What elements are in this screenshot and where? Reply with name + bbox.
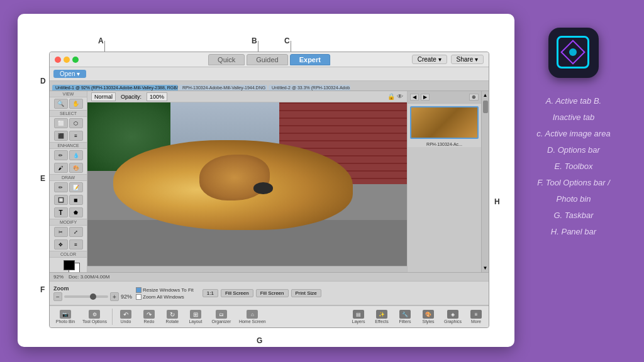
fit-screen-btn[interactable]: Fill Screen bbox=[256, 289, 289, 297]
taskbar-item-layout[interactable]: ⊞ Layout bbox=[184, 309, 207, 325]
zoom-minus-btn[interactable]: − bbox=[53, 292, 62, 301]
layout-label: Layout bbox=[189, 319, 202, 324]
modify-tools-2: ✥ ≡ bbox=[50, 238, 87, 251]
quick-sel-tool[interactable]: ≡ bbox=[69, 131, 83, 141]
v-scrollbar[interactable]: ▲ ▼ bbox=[481, 91, 489, 272]
toolbox: VIEW 🔍 ✋ SELECT ⬜ ⬡ ⬛ ≡ bbox=[50, 91, 87, 272]
taskbar-item-layers[interactable]: ▤ Layers bbox=[347, 309, 370, 325]
shape-tool[interactable]: ⬟ bbox=[69, 207, 83, 217]
doc-tab-1[interactable]: Untitled-1 @ 92% (RPH-130324-Adobe-Mill-… bbox=[52, 85, 178, 90]
content-tool[interactable]: ≡ bbox=[69, 239, 83, 250]
open-button[interactable]: Open ▾ bbox=[53, 70, 86, 78]
close-btn[interactable] bbox=[55, 57, 61, 63]
scroll-up-btn[interactable]: ▲ bbox=[483, 92, 488, 98]
layer-thumbnail[interactable] bbox=[410, 106, 479, 139]
marker-e: E bbox=[40, 174, 45, 183]
guided-tab[interactable]: Guided bbox=[247, 54, 287, 65]
homescreen-icon: ⌂ bbox=[247, 310, 258, 319]
taskbar-item-graphics[interactable]: ◈ Graphics bbox=[440, 309, 465, 325]
select-tools-1: ⬜ ⬡ bbox=[50, 117, 87, 129]
opacity-value[interactable]: 100% bbox=[147, 92, 167, 101]
eraser-tool[interactable]: 📝 bbox=[69, 182, 83, 192]
doc-tab-2[interactable]: RPH-130324-Adobe-Mill-Valley-1944.DNG bbox=[179, 85, 267, 90]
doc-tabs-bar: Untitled-1 @ 92% (RPH-130324-Adobe-Mill-… bbox=[50, 81, 489, 91]
tool-section-draw: DRAW bbox=[50, 174, 87, 181]
tool-section-enhance: ENHANCE bbox=[50, 142, 87, 149]
undo-icon: ↶ bbox=[120, 310, 131, 319]
panel-right-arrow[interactable]: ▶ bbox=[421, 94, 430, 101]
taskbar-item-organizer[interactable]: 🗂 Organizer bbox=[208, 309, 235, 325]
dodge-tool[interactable]: ✏ bbox=[54, 150, 68, 160]
styles-label: Styles bbox=[422, 319, 434, 324]
gradient-tool[interactable]: ◼ bbox=[69, 195, 83, 205]
hand-tool[interactable]: ✋ bbox=[69, 99, 83, 109]
zoom-plus-btn[interactable]: + bbox=[110, 292, 119, 301]
eye-icon[interactable]: 👁 bbox=[397, 93, 403, 100]
share-menu[interactable]: Share ▾ bbox=[451, 55, 484, 64]
recompose-tool[interactable]: ⤢ bbox=[69, 227, 83, 237]
marker-d: D bbox=[40, 77, 46, 85]
h-scrollbar[interactable] bbox=[87, 266, 407, 272]
background: A B C D E F G H bbox=[0, 0, 644, 362]
doc-tab-3[interactable]: Untitled-2 @ 33.3% (RPH-130324-Adob... bbox=[269, 85, 350, 90]
marker-h: H bbox=[494, 197, 500, 206]
minimize-btn[interactable] bbox=[64, 57, 70, 63]
doc-info: Doc: 3.00M/4.00M bbox=[69, 274, 109, 280]
paint-bucket-tool[interactable]: 🔲 bbox=[54, 195, 68, 205]
zoom-tool[interactable]: 🔍 bbox=[54, 99, 68, 109]
panel-left-arrow[interactable]: ◀ bbox=[410, 94, 419, 101]
taskbar-item-effects[interactable]: ✨ Effects bbox=[370, 309, 393, 325]
taskbar-item-tooloptions[interactable]: ⚙ Tool Options bbox=[79, 309, 110, 325]
create-menu[interactable]: Create ▾ bbox=[412, 55, 447, 64]
brush-tool[interactable]: ✏ bbox=[54, 182, 68, 192]
filters-label: Filters bbox=[399, 319, 411, 324]
taskbar-item-rotate[interactable]: ↻ Rotate bbox=[161, 309, 184, 325]
tool-options-bar: Zoom − + 92% Resize Windows To Fit bbox=[50, 281, 489, 305]
status-bar: 92% Doc: 3.00M/4.00M bbox=[50, 272, 489, 281]
lasso-tool[interactable]: ⬡ bbox=[69, 118, 83, 128]
taskbar-item-styles[interactable]: 🎨 Styles bbox=[417, 309, 440, 325]
taskbar-item-more[interactable]: ≡ More bbox=[466, 309, 486, 325]
blur-tool[interactable]: 💧 bbox=[69, 150, 83, 160]
scroll-thumb[interactable] bbox=[483, 101, 488, 113]
smart-brush-tool[interactable]: 🎨 bbox=[69, 163, 83, 173]
view-tools: 🔍 ✋ bbox=[50, 97, 87, 110]
taskbar-item-photobin[interactable]: 📷 Photo Bin bbox=[52, 309, 79, 325]
move-tool[interactable]: ✥ bbox=[54, 239, 68, 250]
panel-add-btn[interactable]: ⊕ bbox=[469, 94, 479, 101]
info-line-6: F. Tool Options bar / bbox=[536, 175, 610, 191]
zoom-all-checkbox[interactable] bbox=[136, 294, 142, 300]
fg-swatch[interactable] bbox=[64, 260, 75, 270]
info-panel: A. Active tab B. Inactive tab c. Active … bbox=[514, 18, 633, 344]
blend-mode-dropdown[interactable]: Normal bbox=[91, 92, 116, 101]
rect-select-tool[interactable]: ⬜ bbox=[54, 118, 68, 128]
blend-icons: 🔒 👁 bbox=[387, 93, 403, 100]
info-line-1: A. Active tab B. bbox=[536, 93, 610, 109]
marker-a: A bbox=[98, 36, 104, 45]
type-tool[interactable]: T bbox=[54, 207, 68, 217]
expert-tab[interactable]: Expert bbox=[290, 54, 330, 65]
taskbar-item-undo[interactable]: ↶ Undo bbox=[114, 309, 137, 325]
scroll-down-btn[interactable]: ▼ bbox=[483, 265, 488, 271]
tool-section-view: VIEW bbox=[50, 91, 87, 97]
info-line-4: D. Options bar bbox=[536, 142, 610, 158]
taskbar-item-redo[interactable]: ↷ Redo bbox=[138, 309, 160, 325]
zoom-slider-track[interactable] bbox=[64, 295, 108, 298]
taskbar-item-filters[interactable]: 🔧 Filters bbox=[394, 309, 416, 325]
print-size-btn[interactable]: Print Size bbox=[291, 289, 321, 297]
menu-right: Create ▾ Share ▾ bbox=[412, 55, 484, 64]
crop-tool[interactable]: ✂ bbox=[54, 227, 68, 237]
quick-tab[interactable]: Quick bbox=[208, 54, 245, 65]
magic-wand-tool[interactable]: ⬛ bbox=[54, 131, 68, 141]
zoom-slider-thumb[interactable] bbox=[90, 293, 96, 300]
ratio-btn[interactable]: 1:1 bbox=[203, 289, 218, 297]
fill-screen-btn[interactable]: Fill Screen bbox=[221, 289, 253, 297]
maximize-btn[interactable] bbox=[72, 57, 79, 63]
canvas-image[interactable] bbox=[87, 102, 407, 266]
taskbar-item-homescreen[interactable]: ⌂ Home Screen bbox=[236, 309, 269, 325]
rescale-checkbox[interactable] bbox=[136, 287, 142, 293]
rescale-check-row: Resize Windows To Fit bbox=[136, 287, 194, 293]
zoom-section: Zoom − + 92% bbox=[53, 285, 132, 301]
sponge-tool[interactable]: 🖌 bbox=[54, 163, 68, 173]
icon-center-dot bbox=[569, 48, 577, 56]
